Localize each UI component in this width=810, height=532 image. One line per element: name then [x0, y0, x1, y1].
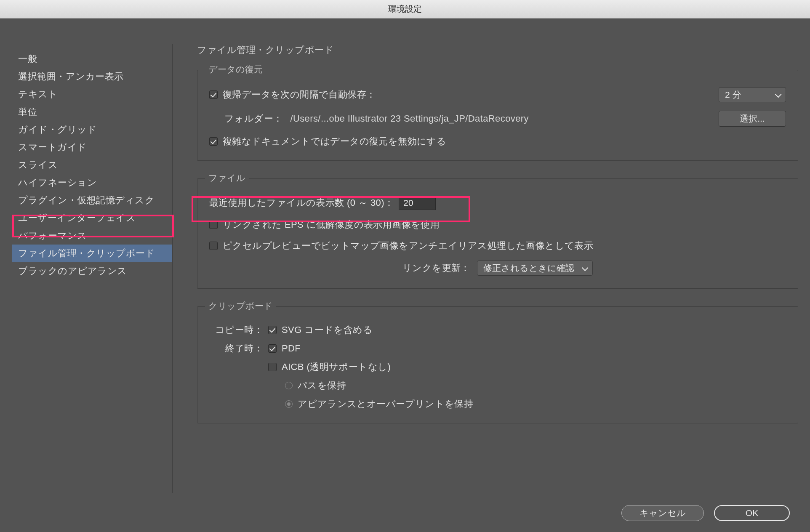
- pixel-preview-antialias-label: ピクセルプレビューでビットマップ画像をアンチエイリアス処理した画像として表示: [223, 239, 593, 252]
- chevron-down-icon: [582, 263, 586, 273]
- choose-folder-button[interactable]: 選択...: [719, 111, 786, 127]
- chevron-down-icon: [775, 90, 780, 100]
- sidebar-item-type[interactable]: テキスト: [12, 85, 172, 103]
- ok-button-label: OK: [746, 508, 758, 518]
- sidebar-item-label: 一般: [18, 53, 37, 64]
- sidebar-item-hyphenation[interactable]: ハイフネーション: [12, 174, 172, 192]
- window-titlebar: 環境設定: [0, 0, 810, 19]
- folder-label: フォルダー：: [224, 112, 282, 125]
- pdf-label: PDF: [282, 343, 301, 354]
- cancel-button[interactable]: キャンセル: [621, 505, 704, 521]
- sidebar-item-file-clipboard[interactable]: ファイル管理・クリップボード: [12, 245, 172, 262]
- preferences-sidebar: 一般 選択範囲・アンカー表示 テキスト 単位 ガイド・グリッド スマートガイド …: [12, 44, 173, 493]
- update-links-value: 修正されるときに確認: [483, 262, 574, 274]
- sidebar-item-label: ファイル管理・クリップボード: [18, 248, 155, 258]
- autosave-checkbox[interactable]: [209, 90, 218, 99]
- sidebar-item-slices[interactable]: スライス: [12, 156, 172, 174]
- sidebar-item-label: ハイフネーション: [18, 177, 97, 188]
- copy-label: コピー時：: [209, 324, 268, 336]
- group-legend: ファイル: [205, 172, 249, 184]
- sidebar-item-label: スマートガイド: [18, 142, 87, 152]
- sidebar-item-smart-guides[interactable]: スマートガイド: [12, 138, 172, 156]
- sidebar-item-plugins-scratch[interactable]: プラグイン・仮想記憶ディスク: [12, 192, 172, 209]
- group-legend: クリップボード: [205, 300, 276, 312]
- quit-label: 終了時：: [209, 342, 268, 355]
- sidebar-item-label: テキスト: [18, 89, 58, 99]
- sidebar-item-label: 単位: [18, 106, 37, 117]
- sidebar-item-label: 選択範囲・アンカー表示: [18, 71, 124, 82]
- sidebar-item-label: パフォーマンス: [18, 230, 87, 241]
- group-legend: データの復元: [205, 64, 266, 75]
- update-links-select[interactable]: 修正されるときに確認: [477, 261, 593, 276]
- disable-recovery-complex-checkbox[interactable]: [209, 137, 218, 146]
- autosave-interval-value: 2 分: [725, 89, 741, 101]
- eps-lowres-label: リンクされた EPS に低解像度の表示用画像を使用: [223, 218, 440, 231]
- aicb-label: AICB (透明サポートなし): [282, 361, 391, 373]
- svg-code-label: SVG コードを含める: [282, 324, 373, 336]
- sidebar-item-general[interactable]: 一般: [12, 50, 172, 68]
- sidebar-item-label: スライス: [18, 160, 58, 170]
- eps-lowres-checkbox[interactable]: [209, 221, 218, 229]
- sidebar-item-selection-anchor[interactable]: 選択範囲・アンカー表示: [12, 68, 172, 85]
- preserve-appearance-label: アピアランスとオーバープリントを保持: [298, 398, 473, 410]
- group-clipboard: クリップボード コピー時： SVG コードを含める 終了時： PDF: [197, 306, 798, 423]
- cancel-button-label: キャンセル: [639, 507, 686, 519]
- sidebar-item-black-appearance[interactable]: ブラックのアピアランス: [12, 262, 172, 280]
- autosave-interval-select[interactable]: 2 分: [719, 87, 786, 102]
- pixel-preview-antialias-checkbox[interactable]: [209, 242, 218, 250]
- update-links-label: リンクを更新：: [402, 262, 470, 274]
- svg-code-checkbox[interactable]: [268, 326, 277, 334]
- preserve-appearance-radio[interactable]: [285, 400, 293, 408]
- autosave-label: 復帰データを次の間隔で自動保存：: [223, 88, 376, 101]
- choose-folder-label: 選択...: [740, 113, 765, 125]
- sidebar-item-label: ユーザーインターフェイス: [18, 213, 136, 223]
- folder-path: /Users/...obe Illustrator 23 Settings/ja…: [290, 113, 529, 124]
- recent-files-label: 最近使用したファイルの表示数 (0 ～ 30)：: [209, 197, 394, 209]
- window-title: 環境設定: [388, 3, 422, 15]
- sidebar-item-guides-grid[interactable]: ガイド・グリッド: [12, 121, 172, 138]
- sidebar-item-label: ガイド・グリッド: [18, 124, 97, 135]
- sidebar-item-label: ブラックのアピアランス: [18, 266, 127, 276]
- disable-recovery-complex-label: 複雑なドキュメントではデータの復元を無効にする: [223, 135, 446, 148]
- recent-files-input[interactable]: [399, 196, 436, 210]
- preserve-paths-label: パスを保持: [298, 379, 346, 392]
- preserve-paths-radio[interactable]: [285, 382, 293, 389]
- sidebar-item-units[interactable]: 単位: [12, 103, 172, 121]
- aicb-checkbox[interactable]: [268, 363, 277, 371]
- ok-button[interactable]: OK: [714, 505, 790, 521]
- page-title: ファイル管理・クリップボード: [197, 44, 798, 56]
- group-data-recovery: データの復元 復帰データを次の間隔で自動保存： 2 分 フォルダー： /User…: [197, 70, 798, 161]
- group-files: ファイル 最近使用したファイルの表示数 (0 ～ 30)： リンクされた EPS…: [197, 178, 798, 289]
- pdf-checkbox[interactable]: [268, 344, 277, 353]
- sidebar-item-user-interface[interactable]: ユーザーインターフェイス: [12, 209, 172, 227]
- sidebar-item-label: プラグイン・仮想記憶ディスク: [18, 195, 155, 205]
- sidebar-item-performance[interactable]: パフォーマンス: [12, 227, 172, 245]
